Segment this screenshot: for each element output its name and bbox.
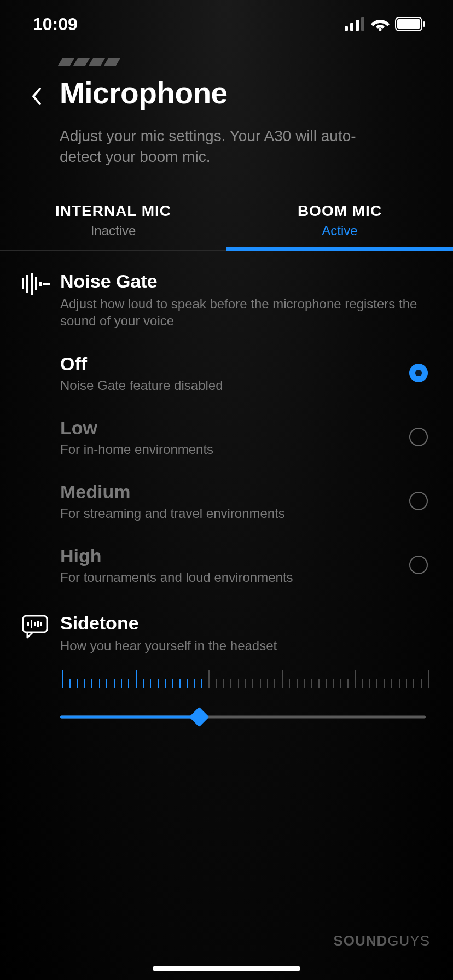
- sidetone-desc: How you hear yourself in the headset: [60, 637, 431, 654]
- svg-rect-3: [361, 18, 364, 31]
- watermark: SOUNDGUYS: [333, 932, 430, 949]
- sidetone-icon: [22, 612, 60, 725]
- option-title: Off: [60, 353, 409, 375]
- watermark-bold: SOUND: [333, 932, 387, 949]
- svg-rect-6: [397, 19, 420, 29]
- noise-gate-icon: [22, 271, 60, 609]
- svg-rect-19: [40, 622, 42, 626]
- sidetone-scale: [60, 668, 431, 688]
- option-low[interactable]: Low For in-home environments: [60, 417, 431, 481]
- tab-label: BOOM MIC: [226, 202, 453, 220]
- tab-label: INTERNAL MIC: [0, 202, 226, 220]
- radio-icon: [409, 428, 428, 446]
- noise-gate-desc: Adjust how loud to speak before the micr…: [60, 295, 431, 329]
- svg-point-4: [379, 28, 382, 31]
- sidetone-slider[interactable]: [60, 709, 426, 725]
- svg-rect-12: [39, 282, 42, 286]
- option-desc: For tournaments and loud environments: [60, 570, 409, 585]
- svg-rect-10: [31, 273, 33, 295]
- option-off[interactable]: Off Noise Gate feature disabled: [60, 353, 431, 417]
- cellular-icon: [345, 18, 365, 31]
- svg-rect-11: [35, 277, 37, 290]
- wifi-icon: [371, 18, 390, 31]
- option-title: Low: [60, 417, 409, 439]
- svg-rect-0: [345, 26, 348, 31]
- radio-icon: [409, 556, 428, 574]
- watermark-light: GUYS: [387, 932, 430, 949]
- mic-tabs: INTERNAL MIC Inactive BOOM MIC Active: [0, 202, 453, 251]
- option-medium[interactable]: Medium For streaming and travel environm…: [60, 481, 431, 545]
- home-indicator[interactable]: [153, 966, 300, 971]
- tab-status: Active: [226, 223, 453, 238]
- option-desc: For streaming and travel environments: [60, 506, 409, 521]
- noise-gate-options: Off Noise Gate feature disabled Low For …: [60, 353, 431, 609]
- svg-rect-16: [31, 620, 32, 628]
- radio-icon: [409, 364, 428, 382]
- noise-gate-title: Noise Gate: [60, 271, 431, 292]
- noise-gate-section: Noise Gate Adjust how loud to speak befo…: [0, 251, 453, 609]
- svg-rect-2: [356, 20, 359, 31]
- battery-icon: [395, 17, 426, 31]
- radio-icon: [409, 492, 428, 510]
- option-title: High: [60, 545, 409, 567]
- option-high[interactable]: High For tournaments and loud environmen…: [60, 545, 431, 609]
- option-desc: For in-home environments: [60, 442, 409, 457]
- svg-rect-9: [26, 275, 28, 293]
- status-bar: 10:09: [0, 0, 453, 48]
- svg-rect-1: [350, 23, 353, 31]
- page-title: Microphone: [60, 75, 426, 110]
- back-icon[interactable]: [30, 86, 43, 106]
- tab-boom-mic[interactable]: BOOM MIC Active: [226, 202, 453, 250]
- slider-fill: [60, 716, 199, 719]
- svg-rect-17: [34, 622, 36, 626]
- sidetone-title: Sidetone: [60, 612, 431, 634]
- tab-internal-mic[interactable]: INTERNAL MIC Inactive: [0, 202, 226, 250]
- svg-rect-13: [43, 283, 50, 285]
- tab-status: Inactive: [0, 223, 226, 238]
- brand-stripes: [60, 58, 453, 66]
- svg-rect-15: [27, 622, 29, 626]
- status-icons: [345, 17, 426, 31]
- option-title: Medium: [60, 481, 409, 503]
- svg-rect-18: [37, 621, 39, 627]
- status-time: 10:09: [33, 14, 78, 34]
- option-desc: Noise Gate feature disabled: [60, 378, 409, 393]
- svg-rect-8: [22, 278, 24, 289]
- slider-thumb[interactable]: [189, 707, 209, 727]
- sidetone-section: Sidetone How you hear yourself in the he…: [0, 609, 453, 725]
- page-subtitle: Adjust your mic settings. Your A30 will …: [60, 126, 393, 167]
- page-header: Microphone Adjust your mic settings. You…: [0, 66, 453, 167]
- svg-rect-7: [423, 21, 425, 27]
